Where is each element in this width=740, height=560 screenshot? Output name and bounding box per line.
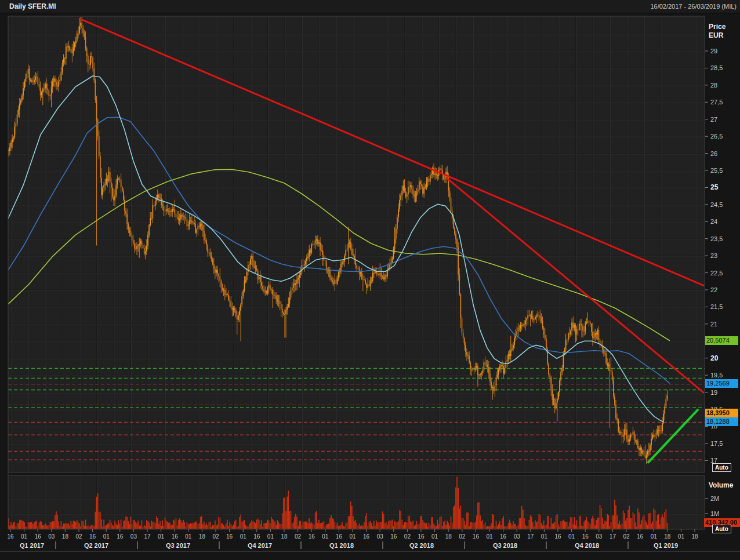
- svg-text:18: 18: [62, 533, 69, 540]
- svg-text:21: 21: [710, 321, 717, 328]
- chart-title: Daily SFER.MI: [9, 2, 56, 10]
- svg-text:01: 01: [349, 533, 356, 540]
- svg-text:01: 01: [322, 533, 329, 540]
- svg-text:01: 01: [541, 533, 548, 540]
- last-price-tag: 18,3950: [705, 409, 738, 417]
- svg-text:22,5: 22,5: [710, 270, 723, 277]
- svg-text:26: 26: [710, 150, 717, 157]
- svg-text:29: 29: [710, 48, 717, 54]
- volume-axis: 2M1M: [705, 495, 719, 517]
- svg-text:16: 16: [473, 533, 480, 540]
- svg-text:16: 16: [637, 533, 644, 540]
- svg-text:27,5: 27,5: [710, 99, 723, 106]
- volume-scale-auto-button[interactable]: Auto: [712, 525, 731, 533]
- svg-text:25,5: 25,5: [710, 167, 723, 174]
- svg-text:16: 16: [309, 533, 315, 540]
- svg-text:20: 20: [710, 354, 719, 362]
- svg-text:Q1 2017: Q1 2017: [20, 542, 44, 549]
- svg-text:16: 16: [172, 533, 179, 540]
- svg-text:02: 02: [212, 533, 219, 540]
- svg-text:18: 18: [664, 533, 671, 540]
- svg-text:18: 18: [445, 533, 452, 540]
- svg-text:28: 28: [710, 82, 717, 89]
- svg-text:19: 19: [710, 389, 717, 396]
- svg-text:01: 01: [486, 533, 493, 540]
- svg-text:16: 16: [500, 533, 507, 540]
- svg-text:16: 16: [554, 533, 561, 540]
- svg-text:Q2 2018: Q2 2018: [409, 542, 434, 549]
- svg-text:16: 16: [336, 533, 343, 540]
- svg-text:23: 23: [710, 252, 717, 259]
- svg-text:01: 01: [678, 533, 685, 540]
- svg-text:22: 22: [710, 286, 717, 293]
- svg-text:16: 16: [418, 533, 425, 540]
- svg-text:01: 01: [185, 533, 192, 540]
- svg-text:03: 03: [48, 533, 55, 540]
- svg-text:25: 25: [710, 183, 719, 191]
- svg-text:2M: 2M: [710, 495, 719, 502]
- svg-text:03: 03: [596, 533, 603, 540]
- svg-text:01: 01: [267, 533, 274, 540]
- svg-text:18: 18: [691, 533, 698, 540]
- svg-text:19,5: 19,5: [710, 372, 723, 379]
- svg-text:18: 18: [199, 533, 206, 540]
- title-bar: Daily SFER.MI 16/02/2017 - 26/03/2019 (M…: [0, 0, 740, 13]
- price-scale-auto-button[interactable]: Auto: [712, 463, 731, 472]
- svg-text:16: 16: [117, 533, 124, 540]
- date-range-label: 16/02/2017 - 26/03/2019 (MIL): [650, 3, 737, 10]
- svg-text:24,5: 24,5: [710, 201, 723, 208]
- svg-text:16: 16: [226, 533, 233, 540]
- svg-text:16: 16: [7, 533, 14, 540]
- svg-text:Q3 2018: Q3 2018: [493, 542, 517, 549]
- svg-text:23,5: 23,5: [710, 235, 723, 242]
- svg-text:17: 17: [527, 533, 534, 540]
- svg-text:18: 18: [281, 533, 288, 540]
- svg-text:03: 03: [514, 533, 521, 540]
- svg-text:01: 01: [103, 533, 110, 540]
- svg-text:02: 02: [295, 533, 302, 540]
- svg-text:17: 17: [610, 533, 616, 540]
- ma-mid-price-tag: 19,2569: [705, 379, 738, 388]
- price-axis-header: Price: [709, 23, 726, 31]
- svg-text:02: 02: [75, 533, 82, 540]
- chart-canvas[interactable]: 2928,52827,52726,52625,52524,52423,52322…: [0, 0, 740, 560]
- svg-text:Q4 2018: Q4 2018: [575, 542, 599, 549]
- svg-text:16: 16: [363, 533, 370, 540]
- volume-axis-header: Volume: [709, 481, 733, 489]
- svg-text:24: 24: [710, 218, 717, 225]
- svg-text:02: 02: [623, 533, 630, 540]
- svg-text:01: 01: [431, 533, 438, 540]
- ma-short-price-tag: 18,1288: [705, 417, 738, 426]
- svg-text:Q4 2017: Q4 2017: [248, 542, 272, 549]
- svg-text:16: 16: [582, 533, 589, 540]
- svg-text:16: 16: [253, 533, 260, 540]
- svg-text:16: 16: [89, 533, 96, 540]
- svg-text:01: 01: [651, 533, 658, 540]
- svg-text:27: 27: [710, 116, 717, 123]
- chart-application-window: 2928,52827,52726,52625,52524,52423,52322…: [0, 0, 740, 560]
- svg-text:01: 01: [568, 533, 575, 540]
- svg-text:02: 02: [404, 533, 411, 540]
- svg-text:21,5: 21,5: [710, 303, 723, 310]
- svg-text:Q1 2018: Q1 2018: [329, 542, 354, 549]
- svg-text:01: 01: [158, 533, 165, 540]
- svg-text:Q1 2019: Q1 2019: [654, 542, 678, 549]
- price-axis-unit: EUR: [709, 31, 723, 39]
- price-axis: 2928,52827,52726,52625,52524,52423,52322…: [705, 48, 723, 464]
- svg-text:Q3 2017: Q3 2017: [166, 542, 190, 549]
- svg-text:03: 03: [377, 533, 384, 540]
- svg-text:26,5: 26,5: [710, 133, 723, 140]
- svg-text:1M: 1M: [710, 510, 719, 517]
- svg-text:17,5: 17,5: [710, 440, 723, 447]
- svg-text:28,5: 28,5: [710, 64, 723, 71]
- svg-text:01: 01: [240, 533, 247, 540]
- x-axis: 1601160318021601160317011601180216011601…: [7, 529, 698, 549]
- svg-text:03: 03: [130, 533, 137, 540]
- svg-text:16: 16: [35, 533, 42, 540]
- svg-text:Q2 2017: Q2 2017: [84, 542, 108, 549]
- svg-text:02: 02: [459, 533, 466, 540]
- ma-long-price-tag: 20,5074: [705, 336, 738, 345]
- svg-text:17: 17: [144, 533, 151, 540]
- svg-text:16: 16: [390, 533, 397, 540]
- svg-text:01: 01: [21, 533, 28, 540]
